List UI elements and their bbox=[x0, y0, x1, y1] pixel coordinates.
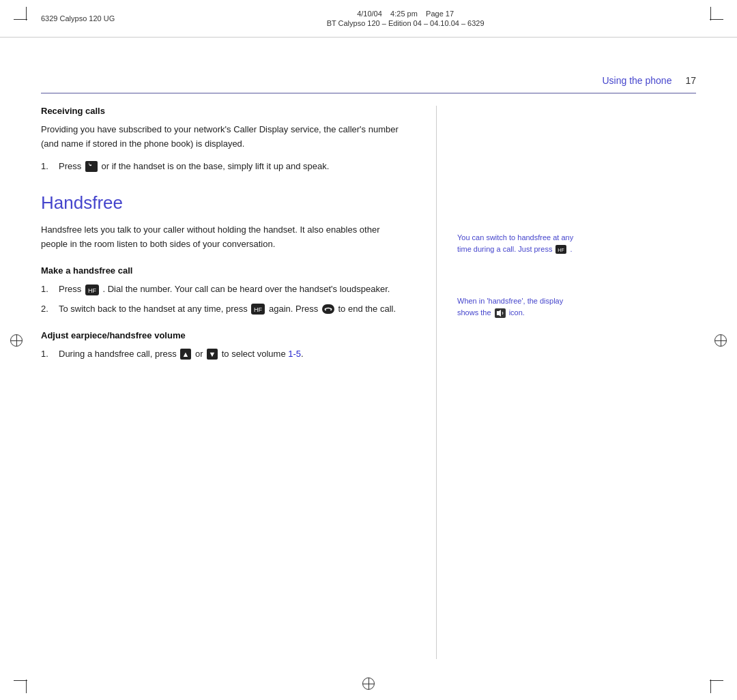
svg-rect-5 bbox=[322, 304, 334, 314]
page-title-section: Using the phone 17 bbox=[41, 75, 696, 93]
vol-step-num-1: 1. bbox=[41, 347, 53, 362]
header-subtitle: BT Calypso 120 – Edition 04 – 04.10.04 –… bbox=[115, 19, 696, 27]
phone-icon-receive bbox=[85, 161, 98, 172]
step1-text: Press or if the handset is on the base, … bbox=[59, 160, 329, 174]
crop-mark-bl-h bbox=[14, 680, 27, 681]
handsfree-switch-icon: HF bbox=[251, 304, 265, 315]
page-container: 6329 Calypso 120 UG 4/10/04 4:25 pm Page… bbox=[0, 0, 737, 700]
volume-up-icon: ▲ bbox=[180, 349, 191, 360]
hf-step1-suffix: . Dial the number. Your call can be hear… bbox=[102, 284, 390, 294]
step-number-1: 1. bbox=[41, 160, 53, 174]
header-left-text: 6329 Calypso 120 UG bbox=[41, 14, 115, 23]
sidebar-note2-line1: When in 'handsfree', the display bbox=[457, 297, 563, 305]
page-number: 17 bbox=[685, 75, 696, 86]
sidebar-note-2: When in 'handsfree', the display shows t… bbox=[457, 295, 696, 318]
content-area: Receiving calls Providing you have subsc… bbox=[41, 106, 696, 659]
volume-down-icon: ▼ bbox=[207, 349, 218, 360]
handsfree-title: Handsfree bbox=[41, 192, 409, 214]
handsfree-step2: 2. To switch back to the handset at any … bbox=[41, 302, 409, 317]
handsfree-step1: 1. Press HF . Dial the number. Your call… bbox=[41, 282, 409, 297]
left-column: Receiving calls Providing you have subsc… bbox=[41, 106, 437, 659]
sidebar-note2-line2-wrap: shows the icon. bbox=[457, 308, 525, 317]
vol-step1-content: During a handsfree call, press ▲ or ▼ bbox=[59, 347, 304, 362]
sidebar-hf-icon: HF bbox=[555, 245, 566, 254]
sidebar-note-2-container: When in 'handsfree', the display shows t… bbox=[457, 295, 696, 318]
volume-range-link[interactable]: 1-5 bbox=[288, 349, 301, 359]
right-column: You can switch to handsfree at any time … bbox=[437, 106, 696, 659]
page-title-text: Using the phone bbox=[602, 75, 671, 86]
svg-text:HF: HF bbox=[558, 248, 564, 252]
reg-mark-left bbox=[10, 334, 23, 347]
header-time: 4:25 pm bbox=[390, 10, 418, 18]
adjust-volume-subsection: Adjust earpiece/handsfree volume 1. Duri… bbox=[41, 330, 409, 362]
receiving-calls-section: Receiving calls Providing you have subsc… bbox=[41, 106, 409, 173]
handsfree-button-icon: HF bbox=[85, 285, 99, 295]
end-call-icon bbox=[322, 304, 334, 314]
header-date: 4/10/04 bbox=[357, 10, 382, 18]
make-handsfree-subsection: Make a handsfree call 1. Press HF . Dial… bbox=[41, 265, 409, 317]
volume-step1: 1. During a handsfree call, press ▲ or bbox=[41, 347, 409, 362]
hf-step-num-1: 1. bbox=[41, 282, 53, 297]
svg-text:HF: HF bbox=[88, 287, 96, 294]
adjust-volume-heading: Adjust earpiece/handsfree volume bbox=[41, 330, 409, 340]
sidebar-note-1: You can switch to handsfree at any time … bbox=[457, 232, 696, 254]
sidebar-note1-line1: You can switch to handsfree at any bbox=[457, 233, 573, 242]
header-print-info: 4/10/04 4:25 pm Page 17 bbox=[115, 10, 696, 18]
handsfree-section: Handsfree Handsfree lets you talk to you… bbox=[41, 192, 409, 361]
svg-rect-0 bbox=[85, 161, 98, 172]
reg-mark-right bbox=[714, 334, 727, 347]
header-bar: 6329 Calypso 120 UG 4/10/04 4:25 pm Page… bbox=[0, 0, 737, 38]
receiving-calls-heading: Receiving calls bbox=[41, 106, 409, 116]
header-center-text: 4/10/04 4:25 pm Page 17 BT Calypso 120 –… bbox=[115, 10, 696, 27]
step1-suffix: or if the handset is on the base, simply… bbox=[101, 161, 329, 171]
handsfree-intro: Handsfree lets you talk to your caller w… bbox=[41, 223, 409, 252]
hf-step2-content: To switch back to the handset at any tim… bbox=[59, 302, 396, 317]
svg-text:▲: ▲ bbox=[182, 350, 190, 358]
crop-mark-br-h bbox=[710, 680, 723, 681]
hf-step-num-2: 2. bbox=[41, 302, 53, 317]
reg-mark-bottom bbox=[362, 677, 375, 690]
svg-text:▼: ▼ bbox=[209, 350, 216, 358]
receiving-calls-intro: Providing you have subscribed to your ne… bbox=[41, 123, 409, 151]
receiving-calls-step1: 1. Press or if the handset is on the bas… bbox=[41, 160, 409, 174]
svg-text:HF: HF bbox=[254, 306, 262, 313]
hf-step1-content: Press HF . Dial the number. Your call ca… bbox=[59, 282, 390, 297]
crop-mark-br-v bbox=[710, 680, 711, 693]
sidebar-note1-line2: time during a call. Just press HF . bbox=[457, 245, 573, 253]
header-page: Page 17 bbox=[426, 10, 454, 18]
make-handsfree-heading: Make a handsfree call bbox=[41, 265, 409, 276]
sidebar-note-1-container: You can switch to handsfree at any time … bbox=[457, 232, 696, 254]
crop-mark-bl-v bbox=[26, 680, 27, 693]
display-speaker-icon bbox=[495, 308, 506, 318]
